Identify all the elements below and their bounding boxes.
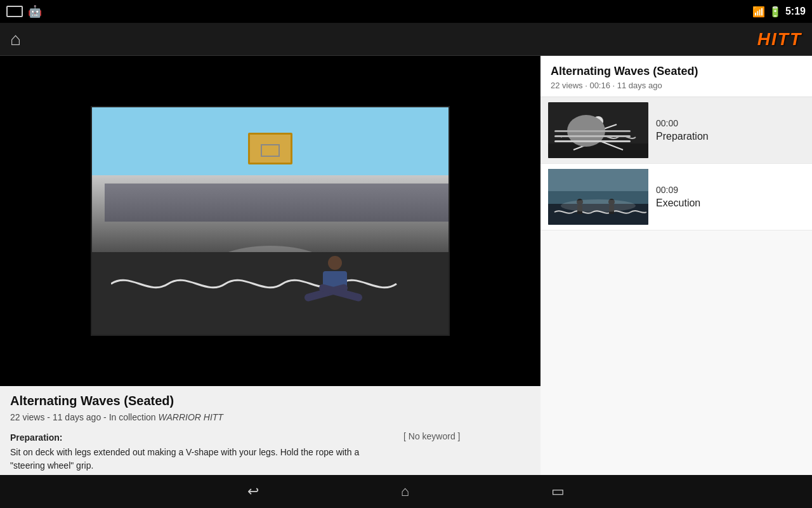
left-panel: Alternating Waves (Seated) 22 views - 11… xyxy=(0,56,540,475)
home-button[interactable]: ⌂ xyxy=(393,479,417,504)
svg-rect-9 xyxy=(548,169,648,191)
video-meta: 22 views - 11 days ago - In collection W… xyxy=(10,412,530,422)
svg-point-2 xyxy=(593,116,603,126)
clip-thumb-execution xyxy=(548,169,648,225)
status-bar: 🤖 📶 🔋 5:19 xyxy=(0,0,812,23)
video-area[interactable] xyxy=(0,56,540,386)
description-area: Preparation: Sit on deck with legs exten… xyxy=(10,431,530,475)
description-right: [ No keyword ] xyxy=(403,431,530,475)
recent-apps-button[interactable]: ▭ xyxy=(544,479,572,504)
exec-thumb-svg xyxy=(548,169,648,225)
video-info: Alternating Waves (Seated) 22 views - 11… xyxy=(0,386,540,475)
clip-label-execution: Execution xyxy=(656,197,700,209)
video-title: Alternating Waves (Seated) xyxy=(10,394,530,408)
back-button[interactable]: ↩ xyxy=(240,479,266,504)
svg-rect-13 xyxy=(577,205,582,214)
thumb-prep-visual xyxy=(548,102,648,158)
svg-rect-15 xyxy=(609,205,614,214)
right-panel: Alternating Waves (Seated) 22 views · 00… xyxy=(540,56,812,475)
wifi-icon: 📶 xyxy=(752,6,765,18)
bottom-nav: ↩ ⌂ ▭ xyxy=(0,475,812,508)
screen-icon xyxy=(6,6,23,17)
video-frame[interactable] xyxy=(91,106,450,336)
svg-point-14 xyxy=(608,199,615,205)
right-panel-meta: 22 views · 00:16 · 11 days ago xyxy=(551,81,802,90)
person xyxy=(323,256,347,293)
video-scene xyxy=(92,107,449,335)
svg-point-12 xyxy=(577,199,583,205)
svg-rect-1 xyxy=(548,144,648,158)
home-nav-icon[interactable]: ⌂ xyxy=(10,29,21,50)
time-display: 5:19 xyxy=(785,6,806,17)
basket xyxy=(261,144,280,157)
preparation-section: Preparation: Sit on deck with legs exten… xyxy=(10,431,391,472)
clip-info-execution: 00:09 Execution xyxy=(656,185,700,209)
svg-rect-11 xyxy=(548,204,648,225)
clip-info-preparation: 00:00 Preparation xyxy=(656,118,709,142)
svg-line-4 xyxy=(580,124,598,131)
android-icon: 🤖 xyxy=(28,4,42,18)
hitt-logo: HITT xyxy=(757,29,802,50)
top-nav: ⌂ HITT xyxy=(0,23,812,56)
clip-item-execution[interactable]: 00:09 Execution xyxy=(540,164,812,231)
battery-icon: 🔋 xyxy=(769,6,782,18)
clip-time-execution: 00:09 xyxy=(656,185,700,195)
rope-svg xyxy=(111,271,428,297)
clip-item-preparation[interactable]: 00:00 Preparation xyxy=(540,97,812,164)
clip-label-preparation: Preparation xyxy=(656,131,709,142)
main-content: Alternating Waves (Seated) 22 views - 11… xyxy=(0,56,812,475)
clip-thumb-preparation xyxy=(548,102,648,158)
thumb-exec-visual xyxy=(548,169,648,225)
prep-thumb-svg xyxy=(548,102,648,158)
description-left: Preparation: Sit on deck with legs exten… xyxy=(10,431,391,475)
right-header: Alternating Waves (Seated) 22 views · 00… xyxy=(540,56,812,97)
status-bar-left: 🤖 xyxy=(6,4,42,18)
right-panel-title: Alternating Waves (Seated) xyxy=(551,65,802,78)
clip-list: 00:00 Preparation xyxy=(540,97,812,475)
equipment-bg xyxy=(105,184,450,222)
status-bar-right: 📶 🔋 5:19 xyxy=(752,6,806,18)
svg-rect-10 xyxy=(548,191,648,204)
clip-time-preparation: 00:00 xyxy=(656,118,709,128)
